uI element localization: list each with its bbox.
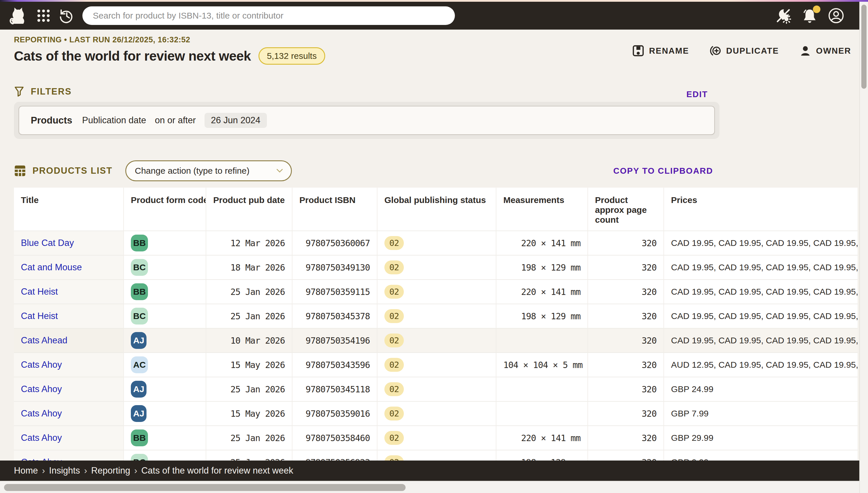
vertical-scrollbar[interactable] (859, 0, 868, 493)
report-actions: RENAME DUPLICATE OWNER (632, 45, 851, 57)
measurements-cell: 220 × 141 mm (496, 280, 588, 304)
breadcrumb-item: Cats of the world for review next week (141, 466, 293, 476)
table-grid-icon (14, 165, 26, 177)
table-row: Cats Ahead AJ 10 Mar 2026 9780750354196 … (14, 328, 858, 352)
isbn-cell: 9780750349130 (292, 255, 377, 280)
isbn-cell: 9780750345378 (292, 304, 377, 328)
rename-button[interactable]: RENAME (632, 45, 689, 57)
pub-date-cell: 10 Mar 2026 (206, 328, 292, 352)
form-code-badge: AJ (131, 332, 147, 349)
prices-cell: CAD 19.95, CAD 19.95, CAD 19.95, CAD 19.… (664, 280, 858, 304)
publishing-status-badge: 02 (384, 358, 404, 372)
table-row: Cats Ahoy BB 25 Jan 2026 9780750358460 0… (14, 426, 858, 450)
page-count-cell: 320 (588, 280, 664, 304)
cat-logo-icon[interactable] (8, 6, 26, 25)
apps-grid-icon[interactable] (36, 8, 51, 23)
col-header-form-code: Product form code (124, 188, 206, 231)
col-header-isbn: Product ISBN (292, 188, 377, 231)
page-count-cell: 320 (588, 352, 664, 377)
top-bar (0, 2, 859, 29)
prices-cell: GBP 29.99 (664, 426, 858, 450)
filter-value-chip: 26 Jun 2024 (205, 113, 267, 128)
measurements-cell (496, 401, 588, 426)
form-code-badge: AJ (131, 405, 147, 422)
product-title-link[interactable]: Cats Ahead (21, 335, 67, 345)
product-title-link[interactable]: Cats Ahoy (21, 360, 62, 370)
publishing-status-badge: 02 (384, 309, 404, 323)
product-title-link[interactable]: Cat and Mouse (21, 262, 82, 272)
product-title-link[interactable]: Cats Ahoy (21, 433, 62, 443)
isbn-cell: 9780750360067 (292, 231, 377, 255)
app-window: REPORTING • LAST RUN 26/12/2025, 16:32:5… (0, 0, 868, 493)
notifications-button[interactable] (802, 8, 818, 23)
form-code-badge: BB (131, 235, 148, 252)
breadcrumb-item[interactable]: Insights (49, 466, 80, 476)
change-action-select[interactable]: Change action (type to refine) (125, 160, 292, 181)
edit-filters-link[interactable]: EDIT (686, 90, 708, 99)
filter-operator: on or after (155, 115, 196, 126)
page-title: Cats of the world for review next week (14, 48, 251, 64)
products-table: Title Product form code Product pub date… (14, 188, 858, 493)
table-row: Blue Cat Day BB 12 Mar 2026 978075036006… (14, 231, 858, 255)
filter-rule[interactable]: Products Publication date on or after 26… (19, 106, 715, 135)
form-code-badge: BB (131, 283, 148, 300)
breadcrumb: Home›Insights›Reporting›Cats of the worl… (14, 466, 293, 476)
table-row: Cat Heist BB 25 Jan 2026 9780750359115 0… (14, 280, 858, 304)
measurements-cell (496, 328, 588, 352)
pub-date-cell: 25 Jan 2026 (206, 426, 292, 450)
prices-cell: GBP 7.99 (664, 401, 858, 426)
breadcrumb-separator: › (42, 466, 45, 476)
copy-to-clipboard-link[interactable]: COPY TO CLIPBOARD (613, 166, 713, 176)
page-count-cell: 320 (588, 231, 664, 255)
search-input[interactable] (82, 6, 455, 25)
filter-subject: Products (31, 115, 72, 126)
table-row: Cat and Mouse BC 18 Mar 2026 97807503491… (14, 255, 858, 280)
isbn-cell: 9780750358460 (292, 426, 377, 450)
measurements-cell: 104 × 104 × 5 mm (496, 352, 588, 377)
isbn-cell: 9780750343596 (292, 352, 377, 377)
results-count-badge: 5,132 results (258, 47, 325, 65)
breadcrumb-item[interactable]: Reporting (91, 466, 130, 476)
top-gradient-strip (0, 0, 868, 2)
product-title-link[interactable]: Cats Ahoy (21, 384, 62, 394)
product-title-link[interactable]: Cat Heist (21, 311, 58, 321)
isbn-cell: 9780750345118 (292, 377, 377, 401)
breadcrumb-separator: › (84, 466, 87, 476)
product-title-link[interactable]: Blue Cat Day (21, 238, 74, 248)
measurements-cell: 220 × 141 mm (496, 231, 588, 255)
page-count-cell: 320 (588, 328, 664, 352)
horizontal-scrollbar[interactable] (0, 481, 859, 493)
product-title-link[interactable]: Cat Heist (21, 286, 58, 297)
account-icon[interactable] (828, 7, 844, 24)
col-header-status: Global publishing status (377, 188, 496, 231)
vertical-scrollbar-thumb[interactable] (861, 5, 867, 89)
pub-date-cell: 15 May 2026 (206, 352, 292, 377)
pub-date-cell: 25 Jan 2026 (206, 304, 292, 328)
breadcrumb-item[interactable]: Home (14, 466, 38, 476)
pub-date-cell: 18 Mar 2026 (206, 255, 292, 280)
products-list-heading: PRODUCTS LIST (33, 166, 112, 176)
dark-mode-toggle-icon[interactable] (775, 7, 791, 24)
publishing-status-badge: 02 (384, 285, 404, 299)
col-header-page-count: Product approx page count (588, 188, 664, 231)
prices-cell: CAD 19.95, CAD 19.95, CAD 19.95, CAD 19.… (664, 304, 858, 328)
report-eyebrow: REPORTING • LAST RUN 26/12/2025, 16:32:5… (14, 35, 854, 44)
owner-button[interactable]: OWNER (799, 45, 851, 57)
filter-field: Publication date (82, 115, 146, 126)
form-code-badge: BC (131, 259, 148, 276)
pub-date-cell: 25 Jan 2026 (206, 377, 292, 401)
product-title-link[interactable]: Cats Ahoy (21, 408, 62, 419)
publishing-status-badge: 02 (384, 431, 404, 445)
report-header: REPORTING • LAST RUN 26/12/2025, 16:32:5… (0, 29, 868, 65)
prices-cell: AUD 12.95, CAD 19.95, CAD 19.95, CAD 19.… (664, 352, 858, 377)
page-count-cell: 320 (588, 426, 664, 450)
page-count-cell: 320 (588, 304, 664, 328)
horizontal-scrollbar-thumb[interactable] (4, 484, 406, 491)
duplicate-button[interactable]: DUPLICATE (709, 45, 779, 57)
history-icon[interactable] (58, 7, 74, 24)
prices-cell: CAD 19.95, CAD 19.95, CAD 19.95, CAD 19.… (664, 328, 858, 352)
filters-heading: FILTERS (31, 86, 72, 97)
col-header-prices: Prices (664, 188, 858, 231)
chevron-down-icon (276, 168, 283, 173)
page-count-cell: 320 (588, 401, 664, 426)
